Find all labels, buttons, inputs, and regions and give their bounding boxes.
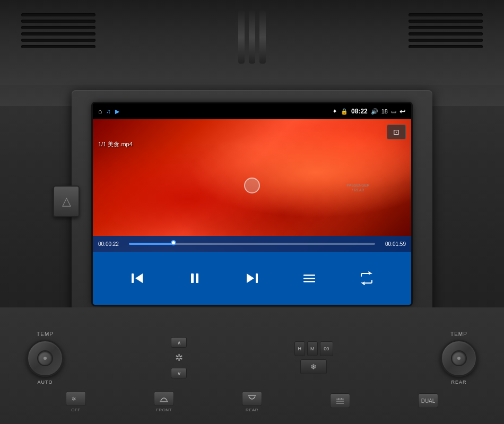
video-filename: 1/1 美食.mp4	[98, 140, 133, 148]
screen-icon: ▭	[391, 108, 396, 115]
rear-vent-button[interactable]: REAR	[242, 391, 262, 412]
svg-rect-3	[196, 273, 198, 283]
svg-marker-1	[135, 273, 143, 283]
rear-vent-label: REAR	[246, 408, 258, 412]
svg-rect-0	[132, 273, 134, 283]
temp-right-label: TEMP	[450, 331, 467, 337]
knob-dot-right	[457, 357, 460, 360]
temp-left-label: TEMP	[37, 331, 54, 337]
oo-button[interactable]: 00	[320, 341, 333, 356]
status-right: ✦ 🔒 08:22 🔊 18 ▭ ↩	[332, 107, 406, 116]
temp-left-knob[interactable]	[27, 340, 64, 377]
bluetooth-icon: ✦	[332, 108, 337, 115]
hazard-icon: △	[62, 195, 71, 208]
progress-bar[interactable]	[129, 243, 375, 245]
hazard-button[interactable]: △	[53, 186, 80, 217]
repeat-button[interactable]	[353, 265, 380, 292]
time-display: 08:22	[351, 108, 368, 115]
knob-inner-right	[451, 350, 467, 366]
dual-icon: DUAL	[418, 393, 438, 408]
pause-button[interactable]	[181, 265, 208, 292]
dual-button[interactable]: DUAL	[418, 393, 438, 410]
front-vent-label: FRONT	[156, 408, 172, 412]
status-bar: ⌂ ♫ ▶ ✦ 🔒 08:22 🔊 18 ▭ ↩	[93, 103, 411, 119]
svg-rect-5	[256, 273, 258, 283]
play-indicator	[244, 178, 260, 193]
rear-right-label: REAR	[451, 379, 466, 385]
front-vent-button[interactable]: FRONT	[154, 391, 174, 412]
progress-thumb	[171, 240, 176, 245]
knob-inner-left	[37, 350, 53, 366]
back-nav-icon[interactable]: ↩	[399, 107, 406, 116]
total-time: 00:01:59	[379, 241, 406, 247]
svg-rect-2	[191, 273, 194, 283]
h-button[interactable]: H	[294, 341, 305, 356]
home-icon[interactable]: ⌂	[98, 108, 102, 115]
rear-vent-icon	[242, 391, 262, 406]
dashboard: MIC RST ⏻ ⌂ ↺ A+ A- ⌂ ♫ ▶ ✦ 🔒	[0, 0, 504, 424]
bottom-panel: TEMP AUTO ∧ ✲ ∨ H M 00	[0, 307, 504, 424]
passenger-rear-label: PASSENGER/ REAR	[346, 183, 369, 192]
climate-row: TEMP AUTO ∧ ✲ ∨ H M 00	[0, 334, 504, 382]
ac-off-icon: ✲	[66, 391, 86, 406]
pip-button[interactable]: ⊡	[387, 125, 406, 139]
knob-dot-left	[44, 357, 47, 360]
right-top-vents	[409, 13, 483, 48]
temp-left-knob-group: TEMP AUTO	[27, 331, 64, 385]
defrost-rear-icon	[330, 393, 350, 408]
fan-icon: ✲	[175, 352, 183, 364]
current-time: 00:00:22	[98, 241, 125, 247]
music-app-icon[interactable]: ♫	[106, 108, 110, 114]
progress-fill	[129, 243, 173, 245]
auto-left-label: AUTO	[38, 379, 53, 385]
ac-off-label: OFF	[71, 408, 81, 412]
video-app-icon[interactable]: ▶	[115, 108, 119, 115]
left-top-vents	[21, 13, 95, 48]
m-button[interactable]: M	[307, 341, 318, 356]
ac-off-button[interactable]: ✲ OFF	[66, 391, 86, 412]
fan-controls: ∧ ✲ ∨	[171, 337, 187, 378]
next-button[interactable]	[239, 265, 265, 292]
svg-text:✲: ✲	[72, 396, 76, 402]
center-climate-buttons: H M 00 ❄	[294, 341, 333, 374]
svg-rect-8	[303, 281, 315, 282]
defrost-button[interactable]: ❄	[300, 359, 327, 374]
svg-marker-4	[247, 273, 254, 283]
head-unit-bezel: MIC RST ⏻ ⌂ ↺ A+ A- ⌂ ♫ ▶ ✦ 🔒	[72, 90, 432, 318]
status-left: ⌂ ♫ ▶	[98, 108, 119, 115]
battery-level: 18	[381, 108, 388, 114]
controls-bar	[93, 252, 411, 305]
svg-rect-6	[303, 275, 315, 276]
front-vent-icon	[154, 391, 174, 406]
volume-icon: 🔊	[371, 108, 378, 115]
playlist-button[interactable]	[296, 265, 323, 292]
bottom-buttons-row: ✲ OFF FRONT	[0, 384, 504, 419]
temp-right-knob[interactable]	[440, 340, 477, 377]
fan-down-button[interactable]: ∨	[171, 368, 187, 378]
fan-up-button[interactable]: ∧	[171, 337, 187, 348]
hmoo-buttons: H M 00	[294, 341, 333, 356]
svg-rect-7	[303, 278, 315, 279]
defrost-rear-button[interactable]	[330, 393, 350, 410]
scroll-area: PASSENGER/ REAR	[345, 183, 371, 246]
temp-right-knob-group: TEMP REAR	[440, 331, 477, 385]
prev-button[interactable]	[124, 265, 151, 292]
center-vents	[238, 11, 266, 64]
lock-icon: 🔒	[341, 108, 348, 115]
